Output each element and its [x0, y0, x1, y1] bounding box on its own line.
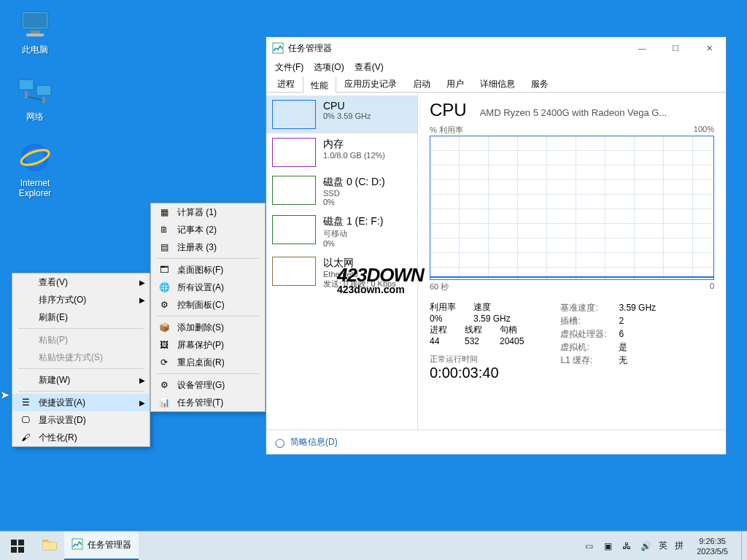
start-button[interactable]: [0, 532, 35, 561]
ctx-label: 添加删除(S): [177, 322, 224, 334]
clock-date: 2023/5/5: [697, 546, 728, 556]
stat-value: 0%: [430, 314, 456, 324]
svg-rect-15: [43, 542, 56, 550]
svg-rect-2: [31, 31, 39, 34]
info-val: 无: [619, 354, 627, 367]
sub-control-panel[interactable]: ⚙控制面板(C): [151, 296, 265, 314]
ctx-label: 查看(V): [39, 276, 68, 289]
maximize-button[interactable]: ☐: [659, 37, 692, 59]
sub-regedit[interactable]: ▤注册表 (3): [151, 238, 265, 256]
notepad-icon: 🗎: [157, 224, 171, 236]
sub-notepad[interactable]: 🗎记事本 (2): [151, 221, 265, 238]
tray-network-icon[interactable]: 🖧: [621, 540, 632, 552]
stat-value: 20405: [500, 336, 524, 346]
perf-title: 内存: [323, 138, 385, 151]
desktop-icon-label: Internet Explorer: [7, 178, 63, 198]
ctx-sort[interactable]: 排序方式(O)▶: [12, 291, 150, 308]
stat-value: 44: [430, 336, 447, 346]
sub-screensaver[interactable]: 🖼屏幕保护(P): [151, 336, 265, 354]
x-left-label: 60 秒: [430, 281, 449, 292]
ctx-label: 任务管理(T): [177, 397, 223, 409]
sub-all-settings[interactable]: 🌐所有设置(A): [151, 279, 265, 296]
menu-view[interactable]: 查看(V): [352, 61, 387, 74]
perf-item-ethernet[interactable]: 以太网Ethernet0发送: 0 接收: 0 Kbps: [266, 252, 417, 294]
perf-detail: CPU AMD Ryzen 5 2400G with Radeon Vega G…: [418, 93, 726, 429]
globe-icon: 🌐: [157, 281, 171, 293]
settings-list-icon: ☰: [18, 397, 33, 408]
sub-add-remove[interactable]: 📦添加删除(S): [151, 319, 265, 336]
stat-label: 速度: [473, 301, 511, 314]
monitor-icon: 🖵: [18, 414, 33, 426]
perf-item-cpu[interactable]: CPU0% 3.59 GHz: [266, 96, 417, 133]
taskbar-clock[interactable]: 9:26:35 2023/5/5: [691, 536, 734, 556]
separator: [18, 391, 144, 392]
tray-chevron-up-icon[interactable]: ▭: [583, 540, 595, 552]
perf-item-disk1[interactable]: 磁盘 1 (E: F:)可移动0%: [266, 211, 417, 252]
sub-task-manager[interactable]: 📊任务管理(T): [151, 394, 265, 411]
tray-action-center-icon[interactable]: ▣: [602, 540, 614, 552]
tray-volume-icon[interactable]: 🔊: [640, 540, 651, 552]
chevron-right-icon: ▶: [139, 376, 145, 384]
minimize-button[interactable]: —: [625, 37, 659, 59]
info-key: 基准速度:: [560, 301, 613, 314]
separator: [18, 368, 144, 369]
uptime-value: 0:00:03:40: [430, 365, 524, 381]
util-max: 100%: [694, 125, 714, 136]
quick-settings-submenu[interactable]: ▦计算器 (1) 🗎记事本 (2) ▤注册表 (3) 🗔桌面图标(F) 🌐所有设…: [150, 203, 266, 412]
perf-sub: 发送: 0 接收: 0 Kbps: [323, 279, 396, 289]
chevron-right-icon: ▶: [139, 296, 145, 304]
collapse-icon[interactable]: ◯: [275, 438, 285, 448]
perf-item-memory[interactable]: 内存1.0/8.0 GB (12%): [266, 133, 417, 171]
svg-rect-1: [23, 13, 47, 28]
tab-details[interactable]: 详细信息: [472, 75, 523, 92]
ctx-view[interactable]: 查看(V)▶: [12, 273, 150, 291]
cpu-graph: [430, 136, 714, 280]
ctx-new[interactable]: 新建(W)▶: [12, 371, 150, 389]
ctx-paste: 粘贴(P): [12, 331, 150, 349]
ctx-refresh[interactable]: 刷新(E): [12, 308, 150, 326]
taskbar-item-label: 任务管理器: [88, 539, 131, 551]
sub-device-manager[interactable]: ⚙设备管理(G): [151, 376, 265, 394]
desktop-icon-network[interactable]: 网络: [7, 73, 63, 123]
ctx-label: 粘贴快捷方式(S): [39, 351, 103, 364]
taskbar: 任务管理器 ▭ ▣ 🖧 🔊 英 拼 9:26:35 2023/5/5: [0, 531, 747, 560]
desktop-icon-this-pc[interactable]: 此电脑: [7, 6, 63, 56]
cpu-thumbnail: [272, 100, 316, 129]
sub-desktop-icons[interactable]: 🗔桌面图标(F): [151, 261, 265, 279]
ime-indicator[interactable]: 英: [659, 540, 667, 552]
window-title: 任务管理器: [288, 42, 625, 55]
ctx-label: 记事本 (2): [177, 224, 217, 236]
titlebar[interactable]: 任务管理器 — ☐ ✕: [266, 37, 726, 59]
tab-services[interactable]: 服务: [523, 75, 557, 92]
close-button[interactable]: ✕: [692, 37, 726, 59]
ctx-label: 个性化(R): [39, 432, 77, 444]
tab-startup[interactable]: 启动: [405, 75, 438, 92]
sub-calculator[interactable]: ▦计算器 (1): [151, 203, 265, 221]
tab-users[interactable]: 用户: [438, 75, 472, 92]
taskmgr-icon: 📊: [157, 397, 171, 408]
tab-processes[interactable]: 进程: [269, 75, 303, 92]
desktop-context-menu[interactable]: 查看(V)▶ 排序方式(O)▶ 刷新(E) 粘贴(P) 粘贴快捷方式(S) 新建…: [12, 273, 150, 447]
info-key: 虚拟处理器:: [560, 327, 613, 341]
taskbar-file-explorer[interactable]: [35, 532, 64, 561]
fewer-details-link[interactable]: 简略信息(D): [290, 436, 338, 448]
x-right-label: 0: [710, 281, 714, 292]
info-val: 2: [619, 314, 624, 327]
info-key: L1 缓存:: [560, 354, 613, 367]
taskbar-task-manager[interactable]: 任务管理器: [64, 532, 139, 561]
tab-performance[interactable]: 性能: [303, 76, 336, 93]
ctx-personalize[interactable]: 🖌个性化(R): [12, 429, 150, 446]
show-desktop-button[interactable]: [741, 532, 746, 561]
svg-rect-3: [26, 34, 44, 36]
ctx-display-settings[interactable]: 🖵显示设置(D): [12, 411, 150, 429]
ctx-quick-settings[interactable]: ☰便捷设置(A)▶: [12, 394, 150, 411]
ime-mode[interactable]: 拼: [675, 540, 684, 552]
menu-file[interactable]: 文件(F): [272, 61, 306, 74]
sub-restart-desktop[interactable]: ⟳重启桌面(R): [151, 354, 265, 371]
menu-options[interactable]: 选项(O): [311, 61, 347, 74]
tab-app-history[interactable]: 应用历史记录: [336, 75, 405, 92]
ctx-label: 控制面板(C): [177, 299, 225, 311]
perf-item-disk0[interactable]: 磁盘 0 (C: D:)SSD0%: [266, 171, 417, 211]
desktop-icon-ie[interactable]: Internet Explorer: [7, 140, 63, 198]
perf-nav: CPU0% 3.59 GHz 内存1.0/8.0 GB (12%) 磁盘 0 (…: [266, 93, 418, 429]
